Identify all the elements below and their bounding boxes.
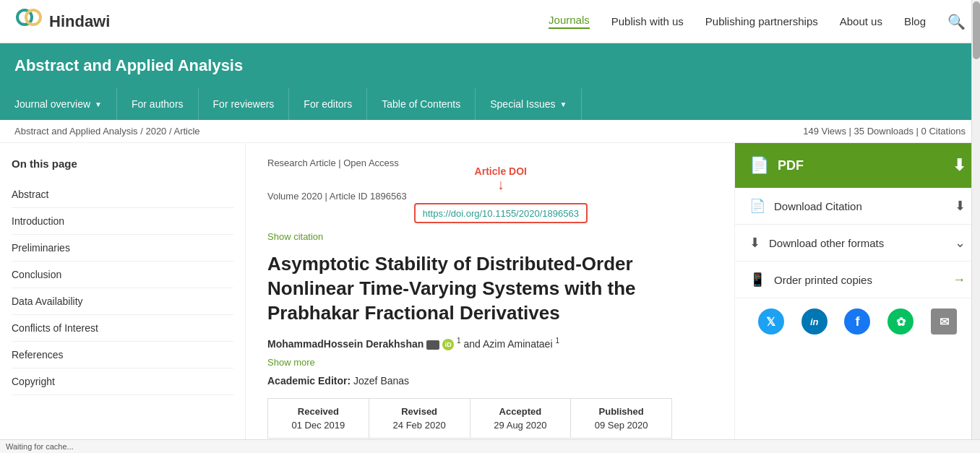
pdf-download-button[interactable]: 📄 PDF ⬇ — [735, 143, 980, 188]
journal-title: Abstract and Applied Analysis — [14, 56, 243, 74]
nav-toc-label: Table of Contents — [382, 98, 460, 110]
pdf-download-icon: ⬇ — [953, 156, 966, 175]
dates-table: Received 01 Dec 2019 Revised 24 Feb 2020… — [267, 398, 672, 439]
breadcrumb: Abstract and Applied Analysis / 2020 / A… — [14, 126, 200, 137]
doi-row: Volume 2020 | Article ID 1896563 Article… — [267, 174, 713, 223]
hindawi-logo-icon — [14, 7, 43, 36]
orcid-icon: iD — [442, 339, 454, 350]
nav-for-authors[interactable]: For authors — [117, 88, 199, 120]
twitter-share-button[interactable]: 𝕏 — [758, 309, 784, 335]
breadcrumb-year[interactable]: 2020 — [145, 126, 166, 137]
revised-value: 24 Feb 2020 — [375, 420, 464, 431]
sidebar-link-conclusion[interactable]: Conclusion — [12, 262, 233, 288]
email-icon: ✉ — [940, 315, 949, 329]
nav-journals[interactable]: Journals — [549, 14, 590, 29]
download-formats-chevron: ⌄ — [955, 235, 966, 251]
wechat-share-button[interactable]: ✿ — [887, 309, 914, 335]
accepted-label: Accepted — [476, 406, 565, 417]
citation-icon: 📄 — [749, 198, 765, 214]
sidebar-link-copyright[interactable]: Copyright — [12, 368, 233, 395]
order-printed-label: Order printed copies — [774, 274, 872, 286]
wechat-icon: ✿ — [896, 315, 906, 329]
pdf-file-icon: 📄 — [749, 156, 769, 175]
breadcrumb-bar: Abstract and Applied Analysis / 2020 / A… — [0, 120, 980, 143]
download-formats-row[interactable]: ⬇ Download other formats ⌄ — [735, 225, 980, 262]
facebook-share-button[interactable]: f — [844, 309, 870, 335]
email-share-button[interactable]: ✉ — [931, 309, 957, 335]
main-nav: Journals Publish with us Publishing part… — [549, 13, 966, 30]
published-value: 09 Sep 2020 — [577, 420, 666, 431]
sidebar-title: On this page — [12, 158, 233, 170]
nav-journal-overview[interactable]: Journal overview ▼ — [0, 88, 117, 120]
order-printed-row[interactable]: 📱 Order printed copies → — [735, 262, 980, 298]
nav-special-issues[interactable]: Special Issues ▼ — [476, 88, 582, 120]
nav-for-reviewers-label: For reviewers — [213, 98, 275, 110]
facebook-icon: f — [855, 314, 859, 329]
author-superscript: 1 — [457, 337, 461, 345]
nav-partnerships[interactable]: Publishing partnerships — [705, 15, 818, 27]
main-layout: On this page Abstract Introduction Preli… — [0, 143, 980, 453]
search-button[interactable]: 🔍 — [947, 13, 966, 30]
authors-line: MohammadHossein Derakhshan iD 1 and Azim… — [267, 337, 713, 350]
article-stats: 149 Views | 35 Downloads | 0 Citations — [803, 126, 966, 137]
nav-blog[interactable]: Blog — [904, 15, 926, 27]
download-citation-arrow: ⬇ — [955, 198, 966, 214]
sidebar-link-preliminaries[interactable]: Preliminaries — [12, 235, 233, 262]
show-citation-link[interactable]: Show citation — [267, 231, 323, 242]
scrollbar-thumb[interactable] — [973, 1, 980, 59]
sidebar-link-data-availability[interactable]: Data Availability — [12, 288, 233, 315]
academic-editor-line: Academic Editor: Jozef Banas — [267, 375, 713, 387]
sidebar-link-conflicts[interactable]: Conflicts of Interest — [12, 315, 233, 342]
author-suffix: and Azim Aminataei — [464, 338, 553, 350]
twitter-icon: 𝕏 — [766, 315, 775, 329]
date-revised: Revised 24 Feb 2020 — [369, 399, 470, 438]
chevron-down-icon-2: ▼ — [560, 100, 567, 108]
academic-editor-name: Jozef Banas — [353, 375, 409, 387]
article-content: Research Article | Open Access Volume 20… — [246, 143, 734, 453]
sidebar-link-references[interactable]: References — [12, 342, 233, 368]
download-citation-left: 📄 Download Citation — [749, 198, 862, 214]
nav-table-of-contents[interactable]: Table of Contents — [367, 88, 476, 120]
printed-icon: 📱 — [749, 272, 765, 288]
date-accepted: Accepted 29 Aug 2020 — [470, 399, 572, 438]
nav-journal-overview-label: Journal overview — [14, 98, 90, 110]
received-value: 01 Dec 2019 — [274, 420, 363, 431]
download-formats-left: ⬇ Download other formats — [749, 235, 884, 251]
left-sidebar: On this page Abstract Introduction Preli… — [0, 143, 246, 453]
nav-publish[interactable]: Publish with us — [611, 15, 684, 27]
nav-for-reviewers[interactable]: For reviewers — [199, 88, 290, 120]
top-navigation: Hindawi Journals Publish with us Publish… — [0, 0, 980, 43]
doi-annotation-arrow: ↓ — [475, 177, 527, 191]
download-citation-row[interactable]: 📄 Download Citation ⬇ — [735, 188, 980, 225]
breadcrumb-journal[interactable]: Abstract and Applied Analysis — [14, 126, 138, 137]
sidebar-link-abstract[interactable]: Abstract — [12, 181, 233, 208]
nav-about[interactable]: About us — [840, 15, 882, 27]
doi-link[interactable]: https://doi.org/10.1155/2020/1896563 — [423, 208, 579, 219]
primary-author: MohammadHossein Derakhshan — [267, 338, 424, 350]
status-bar: Waiting for cache... — [0, 439, 980, 453]
published-label: Published — [577, 406, 666, 417]
academic-editor-label: Academic Editor: — [267, 375, 351, 387]
show-more-link[interactable]: Show more — [267, 357, 315, 368]
nav-for-editors[interactable]: For editors — [289, 88, 367, 120]
pdf-label: PDF — [778, 158, 804, 173]
scrollbar[interactable] — [971, 0, 980, 453]
download-citation-label: Download Citation — [774, 200, 862, 212]
date-published: Published 09 Sep 2020 — [571, 399, 671, 438]
formats-icon: ⬇ — [749, 235, 760, 251]
download-formats-label: Download other formats — [769, 237, 884, 249]
linkedin-share-button[interactable]: in — [801, 309, 828, 335]
chevron-down-icon: ▼ — [95, 100, 102, 108]
date-received: Received 01 Dec 2019 — [268, 399, 369, 438]
revised-label: Revised — [375, 406, 464, 417]
second-navigation: Journal overview ▼ For authors For revie… — [0, 88, 980, 120]
accepted-value: 29 Aug 2020 — [476, 420, 565, 431]
article-type-label: Research Article | Open Access — [267, 158, 713, 168]
logo-text: Hindawi — [49, 12, 110, 31]
sidebar-link-introduction[interactable]: Introduction — [12, 208, 233, 235]
doi-link-wrapper: https://doi.org/10.1155/2020/1896563 — [414, 203, 588, 223]
social-share-row: 𝕏 in f ✿ ✉ — [735, 298, 980, 345]
order-printed-left: 📱 Order printed copies — [749, 272, 872, 288]
doi-annotation-wrapper: Article DOI ↓ https://doi.org/10.1155/20… — [414, 203, 588, 223]
order-printed-arrow: → — [953, 272, 966, 288]
